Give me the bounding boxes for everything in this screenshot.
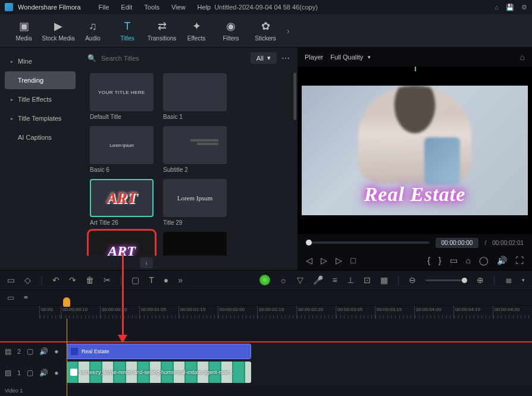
shield-icon[interactable]: ▽ (297, 275, 303, 285)
tab-titles[interactable]: TTitles (111, 16, 144, 46)
delete-icon[interactable]: 🗑 (86, 275, 94, 285)
timeline-ruler[interactable]: 00:00 00:00:00:10 00:00:00:20 00:00:01:0… (39, 306, 532, 319)
zoom-slider[interactable] (425, 279, 467, 281)
tab-audio[interactable]: ♫Audio (76, 16, 109, 46)
redo-icon[interactable]: ↷ (69, 275, 76, 285)
audio-icon: ♫ (89, 20, 97, 33)
menu-help[interactable]: Help (198, 4, 211, 11)
video-clip[interactable]: vecteezy_lease-rental-and-selling-home-r… (67, 362, 251, 383)
settings-icon[interactable]: ⚙ (521, 4, 527, 11)
scrollbar[interactable] (293, 73, 296, 120)
title-card-basic1[interactable]: Basic 1 (163, 73, 227, 120)
title-card-default[interactable]: YOUR TITLE HEREDefault Title (90, 73, 154, 120)
mark-out-icon[interactable]: } (439, 256, 442, 265)
fullscreen-icon[interactable]: ⛶ (515, 256, 524, 265)
tab-stickers[interactable]: ✿Stickers (249, 16, 282, 46)
effects-icon: ✦ (192, 20, 201, 33)
chevron-down-icon[interactable]: ▾ (522, 277, 525, 283)
undo-icon[interactable]: ↶ (52, 275, 60, 285)
eye-icon[interactable]: ● (54, 347, 58, 356)
title-card-art-neon[interactable]: ART (90, 232, 154, 256)
zoom-out-icon[interactable]: ⊖ (409, 275, 416, 285)
filter-dropdown[interactable]: All▾ (251, 52, 277, 64)
play-icon[interactable]: ▷ (321, 256, 327, 265)
track-gutter: ▤1 ▢ 🔊 ● (0, 360, 65, 385)
search-input[interactable] (101, 55, 246, 62)
toolbar-more-icon[interactable]: › (287, 26, 290, 36)
more-tools-icon[interactable]: » (178, 275, 183, 285)
sidebar-ai-captions[interactable]: AI Captions (5, 128, 76, 146)
tracks-icon[interactable]: ≣ (505, 275, 512, 285)
display-icon[interactable]: ⌂ (466, 256, 471, 265)
group-icon[interactable]: ▦ (380, 275, 388, 285)
track-body[interactable]: Real Estate (65, 342, 532, 360)
text-tool-icon[interactable]: T (149, 275, 154, 285)
tab-filters[interactable]: ◉Filters (214, 16, 248, 46)
save-icon[interactable]: 💾 (506, 4, 514, 11)
mixer-icon[interactable]: ≡ (333, 275, 337, 285)
camera-icon[interactable]: ◯ (479, 256, 489, 265)
link-tool-icon[interactable]: ⊡ (364, 275, 371, 285)
playhead[interactable] (67, 319, 67, 396)
lock-icon[interactable]: ▢ (27, 347, 33, 356)
title-card-art26[interactable]: ARTArt Title 26 (90, 179, 154, 226)
snapshot-icon[interactable]: ⌂ (520, 52, 525, 62)
select-tool-icon[interactable]: ◇ (24, 275, 31, 285)
magnet-icon[interactable]: ⊥ (347, 275, 354, 285)
eye-icon[interactable]: ● (54, 369, 58, 377)
sidebar-mine[interactable]: ▸Mine (5, 52, 76, 70)
subtitle-line (190, 139, 218, 142)
mark-in-icon[interactable]: { (427, 256, 430, 265)
track-body[interactable]: vecteezy_lease-rental-and-selling-home-r… (65, 360, 532, 385)
title-card-title29[interactable]: Lorem IpsumTitle 29 (163, 179, 227, 226)
preview-image[interactable]: Real Estate (302, 86, 528, 215)
track-title[interactable]: ▤2 ▢ 🔊 ● Real Estate (0, 342, 532, 360)
record-icon[interactable] (259, 275, 270, 285)
crop-icon[interactable]: ▭ (450, 256, 458, 265)
zoom-handle[interactable] (462, 278, 467, 283)
sidebar-title-effects[interactable]: ▸Title Effects (5, 90, 76, 108)
menu-view[interactable]: View (171, 4, 186, 11)
prev-frame-icon[interactable]: ◁ (306, 256, 312, 265)
tab-titles-label: Titles (120, 35, 134, 42)
scrub-handle[interactable] (306, 240, 312, 246)
card-label: Default Title (90, 114, 154, 120)
track-video[interactable]: ▤1 ▢ 🔊 ● vecteezy_lease-rental-and-selli… (0, 360, 532, 385)
stop-icon[interactable]: □ (351, 256, 355, 265)
sidebar-title-templates[interactable]: ▸Title Templates (5, 109, 76, 127)
volume-icon[interactable]: 🔊 (497, 256, 507, 265)
back-button[interactable]: ‹ (140, 257, 153, 268)
lock-icon[interactable]: ▢ (27, 369, 33, 377)
title-card-dark[interactable] (163, 232, 227, 256)
quality-dropdown[interactable]: Full Quality▾ (330, 54, 371, 61)
link-tab-icon[interactable]: ⚭ (23, 293, 29, 302)
zoom-in-icon[interactable]: ⊕ (477, 275, 484, 285)
mic-icon[interactable]: 🎤 (313, 275, 323, 285)
title-card-subtitle2[interactable]: Subtitle 2 (163, 126, 227, 173)
card-label: Title 29 (163, 219, 227, 226)
crop-tool-icon[interactable]: ▢ (132, 275, 139, 285)
tab-effects[interactable]: ✦Effects (180, 16, 213, 46)
app-name: Wondershare Filmora (18, 4, 81, 11)
marker-tool-icon[interactable]: ● (164, 275, 168, 285)
title-clip[interactable]: Real Estate (67, 344, 251, 359)
mute-icon[interactable]: 🔊 (39, 369, 48, 377)
time-total: 00:00:02:01 (492, 240, 524, 246)
cut-icon[interactable]: ✂ (104, 275, 111, 285)
tab-stock-media[interactable]: ▶Stock Media (42, 16, 75, 46)
menu-edit[interactable]: Edit (121, 4, 132, 11)
play-outline-icon[interactable]: ▷ (336, 256, 342, 265)
desktop-icon[interactable]: ⌂ (495, 4, 499, 11)
tab-transitions[interactable]: ⇄Transitions (145, 16, 179, 46)
menu-tools[interactable]: Tools (144, 4, 159, 11)
more-icon[interactable]: ⋯ (281, 54, 290, 63)
mute-icon[interactable]: 🔊 (39, 347, 48, 356)
pointer-tool-icon[interactable]: ▭ (7, 275, 15, 285)
title-card-basic6[interactable]: Lorem ipsumBasic 6 (90, 126, 154, 173)
sidebar-trending[interactable]: Trending (5, 71, 76, 89)
tab-media[interactable]: ▣Media (7, 16, 40, 46)
timeline-tab-icon[interactable]: ▭ (7, 293, 14, 302)
menu-file[interactable]: File (99, 4, 109, 11)
sun-icon[interactable]: ☼ (280, 275, 287, 285)
scrub-track[interactable] (306, 241, 430, 244)
